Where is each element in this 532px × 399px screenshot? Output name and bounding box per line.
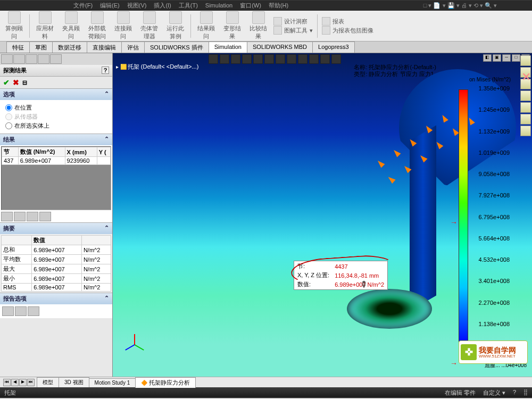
tab-direct-edit[interactable]: 直接编辑 [87,41,122,53]
plot-info: 名称: 托架静应力分析(-Default-)类型: 静应力分析 节应力 应力1 [354,64,436,78]
legend-marker-arrow: → [450,218,458,227]
result-advisor-button[interactable]: 结果顾 问 [195,11,217,40]
shell-manager-button[interactable]: 壳体管 理器 [138,11,160,40]
close-x-icon[interactable]: ✕ [521,70,531,84]
tab-logopress[interactable]: Logopress3 [312,41,355,53]
option-at-location[interactable] [5,104,12,111]
status-bar: 托架 在编辑 零件 自定义 ▾ ? ⣿ [0,387,532,398]
legend-title: on Mises (N/m^2) [469,77,511,82]
plot-tools-button[interactable]: 图解工具 ▾ [273,26,313,35]
results-table[interactable]: 节数值 (N/m^2)X (mm)Y ( 4376.989e+007923996… [1,146,111,210]
panel-tab-2[interactable] [13,54,25,64]
include-image-button[interactable]: 为报表包括图像 [322,26,373,35]
deform-button[interactable]: 变形结 果 [221,11,243,40]
panel-tab-1[interactable] [1,54,13,64]
menu-simulation[interactable]: Simulation [202,1,236,10]
results-tool-2[interactable] [14,212,26,221]
menu-file[interactable]: 文件(F) [70,1,96,11]
viewport-heads-up-toolbar[interactable] [209,54,341,64]
taskpane-custom-icon[interactable] [520,126,531,136]
site-watermark: ✜ 我要自学网WWW.51ZXW.NET [459,340,528,364]
tab-mbd[interactable]: SOLIDWORKS MBD [247,41,313,53]
legend-gradient [459,89,468,345]
menu-view[interactable]: 视图(V) [124,1,150,11]
bottom-tab-study[interactable]: 🔶 托架静应力分析 [135,377,196,388]
connection-advisor-button[interactable]: 连接顾 问 [112,11,134,40]
apply-material-button[interactable]: 应用材 料 [34,11,56,40]
panel-help-button[interactable]: ? [102,66,109,74]
legend-values: 1.358e+0091.245e+0091.132e+009 1.019e+00… [479,85,510,348]
viewport-min[interactable]: ─ [502,54,511,62]
bottom-tab-3dview[interactable]: 3D 视图 [59,377,89,387]
option-on-entity[interactable] [5,122,12,129]
report-button[interactable]: 报表 [322,17,373,26]
panel-title: 探测结果? [0,65,112,77]
design-insight-button[interactable]: 设计洞察 [273,17,313,26]
tab-nav-last[interactable]: ⏭ [27,379,35,386]
tab-nav-prev[interactable]: ◀ [11,379,19,386]
menu-tools[interactable]: 工具(T) [176,1,201,11]
option-on-entity-label: 在所选实体上 [14,122,49,130]
tab-nav-next[interactable]: ▶ [19,379,27,386]
run-study-button[interactable]: 运行此 算例 [164,11,186,40]
tab-nav-first[interactable]: ⏮ [3,379,11,386]
bottom-tab-motion[interactable]: Motion Study 1 [89,378,136,387]
report-tool-2[interactable] [15,306,27,316]
ok-button[interactable]: ✔ [3,78,10,87]
taskpane-explorer-icon[interactable] [520,90,531,101]
tab-features[interactable]: 特征 [6,41,30,53]
compare-button[interactable]: 比较结 果 [247,11,269,40]
tab-sketch[interactable]: 草图 [29,41,53,53]
menu-window[interactable]: 窗口(W) [237,1,264,11]
report-options-header[interactable]: 报告选项⌃ [0,293,112,304]
fixture-advisor-button[interactable]: 夹具顾 问 [60,11,82,40]
results-header[interactable]: 结果⌃ [0,134,112,145]
taskpane-view-icon[interactable] [520,102,531,113]
summary-table: 数值 总和6.989e+007N/m^2 平均数6.989e+007N/m^2 … [1,235,111,292]
options-header[interactable]: 选项⌃ [0,89,112,100]
cancel-button[interactable]: ✖ [13,78,19,87]
bottom-tabs: ⏮ ◀ ▶ ⏭ 模型 3D 视图 Motion Study 1 🔶 托架静应力分… [0,377,532,387]
yield-marker-arrow: → [450,359,458,368]
results-tool-3[interactable] [27,212,38,221]
tab-addins[interactable]: SOLIDWORKS 插件 [144,41,209,53]
status-custom[interactable]: 自定义 ▾ [483,389,505,397]
panel-tab-4[interactable] [38,54,49,64]
probe-tooltip: 节:4437 X, Y, Z 位置:116,34.8,-81 mm 数值:6.9… [294,261,388,290]
report-tool-1[interactable] [2,306,14,316]
feature-tree-root[interactable]: ▸ 🟨 托架 (Default< <Default>...) [116,63,198,71]
panel-tab-3[interactable] [26,54,37,64]
bottom-tab-model[interactable]: 模型 [37,377,59,387]
status-help-icon[interactable]: ? [513,389,516,397]
command-tabs: 特征 草图 数据迁移 直接编辑 评估 SOLIDWORKS 插件 Simulat… [0,41,532,53]
study-advisor-button[interactable]: 算例顾 问 [3,11,25,40]
menu-help[interactable]: 帮助(H) [265,1,292,11]
tab-data-migration[interactable]: 数据迁移 [52,41,87,53]
taskpane-appearance-icon[interactable] [520,114,531,124]
model-hole [347,289,432,329]
viewport-max[interactable]: □ [512,54,520,62]
status-editing: 在编辑 零件 [445,389,476,397]
load-advisor-button[interactable]: 外部载 荷顾问 [86,11,108,40]
menu-edit[interactable]: 编辑(E) [97,1,123,11]
property-panel: 探测结果? ✔ ✖ ⊟ 选项⌃ 在位置 从传感器 在所选实体上 结果⌃ 节数值 … [0,53,113,377]
results-tool-1[interactable] [1,212,13,221]
quick-access-toolbar[interactable]: □ ▾ 📄 ▾ 💾 ▾ 🖨 ▾ ⟲ ▾ 🔍 ▾ [420,1,500,10]
watermark-logo-icon: ✜ [461,344,477,360]
menu-insert[interactable]: 插入(I) [151,1,174,11]
panel-tab-5[interactable] [50,54,62,64]
report-tool-3[interactable] [28,306,39,316]
3d-viewport[interactable]: ◧ ▣ ─ □ ✕ ▸ 🟨 托架 (Default< <Default>...)… [113,53,532,377]
taskpane-home-icon[interactable] [520,55,531,66]
viewport-tab-2[interactable]: ▣ [493,54,501,62]
status-model: 托架 [4,389,16,397]
view-triad[interactable] [123,323,145,345]
tab-simulation[interactable]: Simulation [209,41,247,53]
viewport-tab-1[interactable]: ◧ [483,54,492,62]
results-tool-4[interactable] [39,212,51,221]
pin-button[interactable]: ⊟ [22,79,27,86]
task-pane[interactable] [520,55,531,136]
summary-header[interactable]: 摘要⌃ [0,223,112,234]
option-from-sensor [5,113,12,120]
tab-evaluate[interactable]: 评估 [121,41,145,53]
